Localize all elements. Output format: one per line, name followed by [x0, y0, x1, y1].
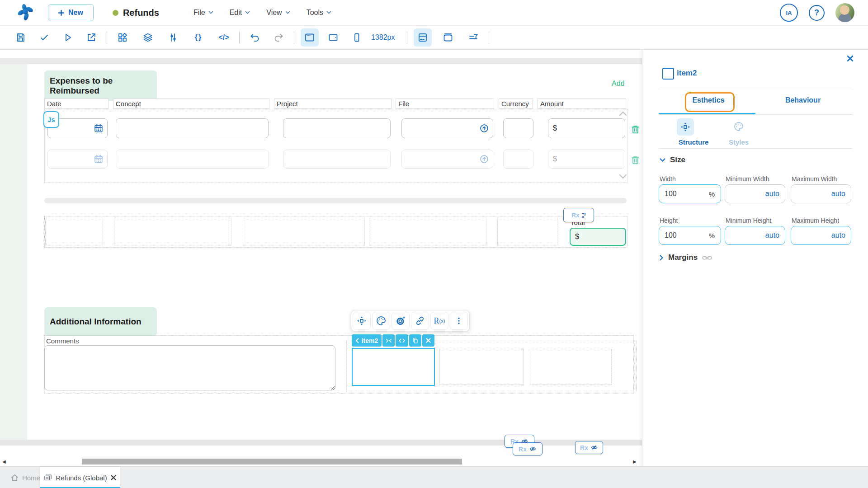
empty-cell[interactable]	[45, 218, 103, 245]
scroll-left-arrow[interactable]: ◀	[2, 459, 6, 464]
components-button[interactable]	[113, 28, 132, 47]
min-width-value[interactable]	[725, 190, 785, 198]
comments-textarea[interactable]	[44, 345, 335, 390]
add-row-link[interactable]: Add	[612, 80, 624, 88]
redo-button[interactable]	[269, 28, 288, 47]
column-header-concept[interactable]: Concept	[113, 99, 269, 109]
margins-section-header[interactable]: Margins	[660, 253, 712, 262]
variables-button[interactable]	[164, 28, 182, 47]
settings-button[interactable]	[392, 312, 410, 330]
duplicate-button[interactable]	[409, 334, 421, 347]
max-height-input[interactable]	[791, 226, 851, 245]
scroll-right-arrow[interactable]: ▶	[633, 459, 637, 464]
concept-field[interactable]	[116, 118, 269, 138]
column-header-project[interactable]: Project	[274, 99, 392, 109]
amount-field[interactable]: $	[548, 150, 625, 169]
subtab-structure[interactable]: Structure	[668, 138, 719, 146]
size-section-header[interactable]: Size	[660, 155, 685, 164]
delete-row-button[interactable]	[630, 124, 641, 137]
table-scroll-up[interactable]	[618, 111, 628, 116]
style-button[interactable]	[372, 312, 390, 330]
file-upload-field[interactable]	[401, 118, 493, 138]
item-box[interactable]	[530, 349, 612, 385]
column-header-file[interactable]: File	[396, 99, 494, 109]
tab-behaviour[interactable]: Behaviour	[774, 96, 832, 104]
mobile-view-button[interactable]	[348, 28, 366, 47]
max-height-value[interactable]	[791, 231, 851, 239]
source-code-button[interactable]: </>	[215, 28, 233, 47]
rx-translate-badge[interactable]: Rx −xa˝	[563, 208, 594, 222]
rx-visibility-badge[interactable]: Rx	[575, 441, 603, 454]
total-field[interactable]: $	[570, 228, 626, 246]
export-button[interactable]	[82, 28, 100, 47]
table-scroll-down[interactable]	[618, 174, 628, 179]
scrollbar-thumb[interactable]	[82, 459, 462, 465]
json-button[interactable]: {}	[189, 28, 208, 47]
currency-field[interactable]	[503, 150, 533, 169]
project-field[interactable]	[283, 150, 391, 169]
concept-field[interactable]	[116, 150, 269, 169]
item-checkbox[interactable]	[662, 68, 674, 80]
section-title-expenses[interactable]: Expenses to be Reimbursed	[44, 70, 157, 101]
new-button[interactable]: New	[48, 4, 94, 21]
delete-row-button[interactable]	[630, 155, 641, 168]
js-script-badge[interactable]: Js	[43, 111, 59, 128]
save-button[interactable]	[12, 28, 30, 47]
formula-button[interactable]: R(x)	[430, 312, 448, 330]
desktop-view-button[interactable]	[301, 28, 319, 47]
width-input[interactable]: %	[659, 184, 721, 203]
panel-close-button[interactable]	[847, 55, 854, 64]
validate-button[interactable]	[35, 28, 53, 47]
empty-cell[interactable]	[243, 218, 365, 245]
tablet-view-button[interactable]	[324, 28, 342, 47]
subtab-styles[interactable]: Styles	[714, 138, 764, 146]
tab-refunds-global[interactable]: Refunds (Global)	[40, 467, 120, 488]
min-width-input[interactable]	[725, 184, 785, 203]
collapse-button[interactable]	[382, 334, 395, 347]
close-tab-icon[interactable]	[111, 475, 116, 480]
menu-edit[interactable]: Edit	[225, 5, 255, 20]
min-height-value[interactable]	[725, 231, 785, 239]
subtab-structure-icon-wrap[interactable]	[677, 118, 694, 136]
empty-cell[interactable]	[497, 218, 557, 245]
help-button[interactable]: ?	[809, 5, 825, 21]
ia-badge[interactable]: IA	[780, 4, 798, 22]
code-view-button[interactable]	[396, 334, 408, 347]
min-height-input[interactable]	[725, 226, 785, 245]
height-input[interactable]: %	[659, 226, 721, 245]
app-logo-icon[interactable]	[15, 2, 36, 23]
menu-view[interactable]: View	[262, 5, 294, 20]
deselect-button[interactable]	[422, 334, 434, 347]
empty-cell[interactable]	[369, 218, 486, 245]
run-button[interactable]	[59, 28, 77, 47]
more-options-button[interactable]	[450, 312, 468, 330]
form-layout-button[interactable]	[414, 28, 432, 47]
rx-visibility-badge[interactable]: Rx	[513, 442, 542, 455]
column-header-amount[interactable]: Amount	[538, 99, 626, 109]
section-title-additional[interactable]: Additional Information	[44, 307, 157, 336]
amount-field[interactable]: $	[548, 118, 625, 138]
menu-file[interactable]: File	[189, 5, 218, 20]
date-field[interactable]	[47, 150, 108, 169]
max-width-value[interactable]	[791, 190, 851, 198]
empty-cell[interactable]	[114, 218, 231, 245]
column-header-date[interactable]: Date	[44, 99, 108, 109]
item-box[interactable]	[439, 349, 524, 385]
menu-tools[interactable]: Tools	[302, 5, 336, 20]
link-button[interactable]	[411, 312, 429, 330]
file-upload-field[interactable]	[401, 150, 493, 169]
filter-layout-button[interactable]	[464, 28, 482, 47]
tab-esthetics[interactable]: Esthetics	[686, 96, 731, 104]
project-field[interactable]	[283, 118, 391, 138]
layers-button[interactable]	[139, 28, 157, 47]
column-header-currency[interactable]: Currency	[499, 99, 533, 109]
item2-selected-box[interactable]	[352, 348, 435, 386]
max-width-input[interactable]	[791, 184, 851, 203]
currency-field[interactable]	[503, 118, 533, 138]
user-avatar[interactable]	[835, 3, 854, 22]
undo-button[interactable]	[246, 28, 264, 47]
subtab-styles-icon-wrap[interactable]	[731, 119, 746, 134]
select-parent-button[interactable]: item2	[352, 334, 382, 347]
move-button[interactable]	[353, 312, 371, 330]
window-layout-button[interactable]	[439, 28, 457, 47]
